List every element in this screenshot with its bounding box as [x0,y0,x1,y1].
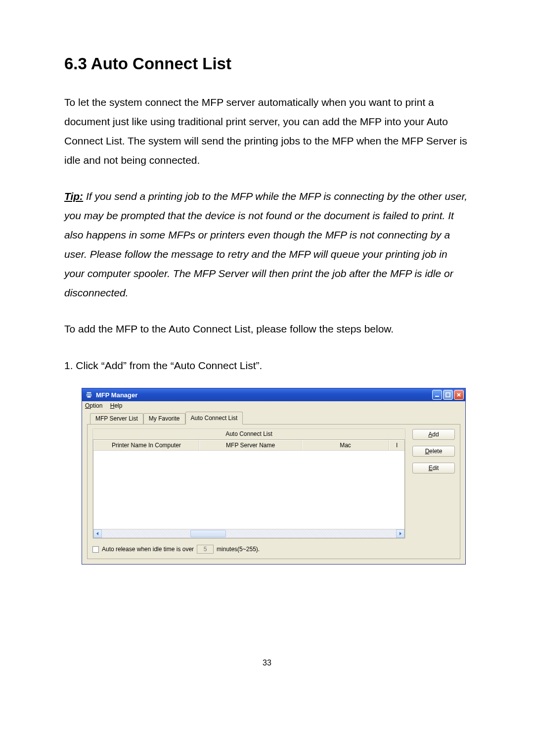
edit-rest: dit [433,465,439,472]
auto-release-units: minutes(5~255). [217,546,260,553]
menu-option[interactable]: Option [85,402,102,409]
button-column: Add Delete Edit [412,428,455,473]
auto-connect-listview[interactable]: Printer Name In Computer MFP Server Name… [93,439,405,538]
scroll-left-icon[interactable] [93,529,102,538]
tip-paragraph: Tip: If you send a printing job to the M… [64,187,470,302]
listview-headers: Printer Name In Computer MFP Server Name… [93,440,404,451]
horizontal-scrollbar[interactable] [93,529,404,538]
auto-release-checkbox[interactable] [92,546,99,553]
svg-rect-2 [87,396,91,398]
idle-minutes-input[interactable] [197,545,214,554]
auto-release-label: Auto release when idle time is over [102,546,194,553]
maximize-button[interactable] [443,390,453,400]
tip-label: Tip: [64,190,83,202]
svg-rect-4 [446,393,450,397]
menu-option-rest: ption [89,402,102,409]
intro-paragraph: To let the system connect the MFP server… [64,93,470,170]
menubar: Option Help [82,401,465,410]
delete-rest: elete [429,448,442,455]
mfp-manager-window: MFP Manager Option Help [82,388,466,565]
close-button[interactable] [454,390,464,400]
printer-icon [85,391,93,399]
edit-hotkey: E [429,465,433,472]
col-mfp-server-name[interactable]: MFP Server Name [199,440,302,450]
scroll-track[interactable] [102,529,396,538]
delete-button[interactable]: Delete [412,446,455,457]
menu-help-rest: elp [114,402,122,409]
auto-connect-groupbox: Auto Connect List Printer Name In Comput… [92,428,405,539]
tab-auto-connect-list[interactable]: Auto Connect List [185,412,243,425]
svg-rect-0 [87,392,91,394]
tabstrip: MFP Server List My Favorite Auto Connect… [90,412,460,424]
section-title: 6.3 Auto Connect List [64,54,470,73]
add-rest: dd [432,431,439,438]
menu-help[interactable]: Help [110,402,123,409]
tab-my-favorite[interactable]: My Favorite [143,413,185,424]
tab-panel: Auto Connect List Printer Name In Comput… [87,424,460,559]
col-mac[interactable]: Mac [302,440,389,450]
step-1: 1. Click “Add” from the “Auto Connect Li… [64,356,470,376]
tab-mfp-server-list[interactable]: MFP Server List [90,413,143,424]
lead-paragraph: To add the MFP to the Auto Connect List,… [64,320,470,339]
page-number: 33 [64,659,470,667]
menu-option-hotkey: O [85,402,89,409]
client-area: MFP Server List My Favorite Auto Connect… [82,410,465,564]
scroll-right-icon[interactable] [396,529,404,538]
listview-body[interactable] [93,451,404,529]
delete-hotkey: D [425,448,430,455]
titlebar: MFP Manager [82,388,465,401]
col-extra[interactable]: I [389,440,404,450]
window-title: MFP Manager [96,391,137,399]
tip-body: If you send a printing job to the MFP wh… [64,190,467,298]
add-button[interactable]: Add [412,429,455,440]
scroll-thumb[interactable] [190,530,226,537]
col-printer-name[interactable]: Printer Name In Computer [93,440,199,450]
edit-button[interactable]: Edit [412,463,455,473]
minimize-button[interactable] [432,390,442,400]
svg-rect-3 [435,396,439,397]
groupbox-caption: Auto Connect List [93,429,405,439]
auto-release-row: Auto release when idle time is over minu… [92,545,455,554]
